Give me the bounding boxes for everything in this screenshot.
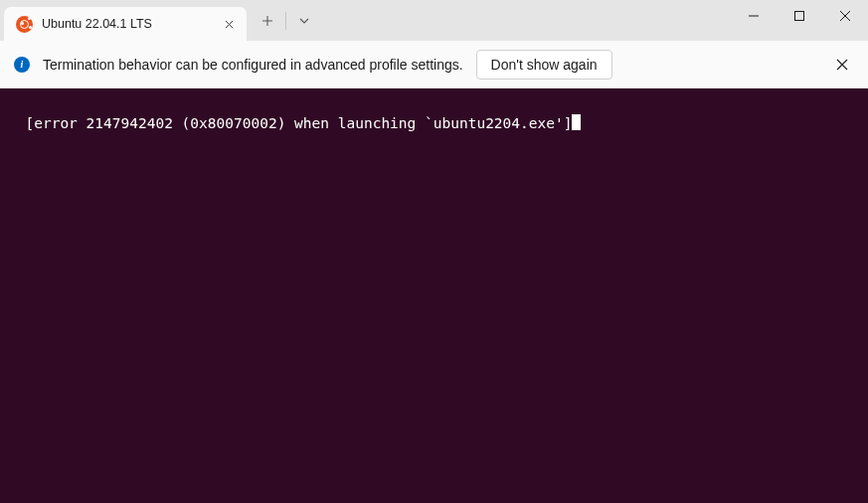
dont-show-again-button[interactable]: Don't show again [476,50,612,80]
minimize-icon [749,11,759,21]
terminal-pane[interactable]: [error 2147942402 (0x80070002) when laun… [0,88,868,503]
new-tab-button[interactable] [253,6,282,36]
svg-rect-0 [795,12,804,21]
maximize-button[interactable] [777,0,822,32]
window-controls [731,0,868,41]
titlebar: Ubuntu 22.04.1 LTS [0,0,868,41]
close-icon [225,20,234,29]
tab-dropdown-button[interactable] [289,6,319,36]
maximize-icon [794,11,804,21]
plus-icon [261,15,273,27]
tab-divider [285,12,286,30]
terminal-tab[interactable]: Ubuntu 22.04.1 LTS [4,7,247,41]
close-icon [840,11,850,21]
tab-close-button[interactable] [221,16,237,32]
ubuntu-icon [16,16,33,33]
tabbar-controls [247,0,319,41]
minimize-button[interactable] [731,0,777,32]
infobar-close-button[interactable] [830,53,854,77]
info-icon: i [14,57,30,73]
terminal-output-line: [error 2147942402 (0x80070002) when laun… [25,115,572,131]
info-bar: i Termination behavior can be configured… [0,41,868,88]
info-message: Termination behavior can be configured i… [43,57,463,73]
tab-title: Ubuntu 22.04.1 LTS [42,17,212,31]
chevron-down-icon [299,18,309,24]
terminal-cursor [572,114,581,130]
window-close-button[interactable] [822,0,868,32]
close-icon [836,59,848,71]
